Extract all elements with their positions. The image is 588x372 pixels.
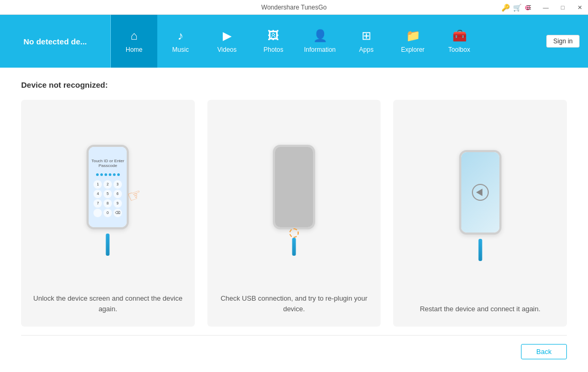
phone-body-unlock: Touch ID or Enter Passcode 123	[87, 145, 129, 229]
minimize-button[interactable]: —	[537, 0, 554, 15]
section-title: Device not recognized:	[21, 80, 567, 89]
toolbox-icon: 🧰	[452, 29, 467, 43]
usb-screen	[275, 147, 313, 227]
lockscreen: Touch ID or Enter Passcode 123	[89, 147, 127, 227]
card-usb-caption: Check USB connection, and try to re-plug…	[216, 293, 373, 314]
tab-explorer[interactable]: 📁 Explorer	[390, 15, 436, 68]
lockscreen-dots	[96, 173, 120, 176]
phone-body-restart	[459, 150, 501, 235]
nav-bar: No detected de... ⌂ Home ♪ Music ▶ Video…	[0, 15, 588, 68]
bottom-bar: Back	[21, 336, 567, 359]
video-icon: ▶	[223, 29, 232, 43]
menu-button[interactable]: ☰	[520, 0, 537, 15]
card-unlock: Touch ID or Enter Passcode 123	[21, 100, 195, 327]
window-controls: ☰ — □ ✕	[520, 0, 588, 15]
sign-in-button[interactable]: Sign in	[546, 35, 580, 48]
tab-videos-label: Videos	[217, 46, 236, 53]
tab-home[interactable]: ⌂ Home	[111, 15, 157, 68]
tab-videos[interactable]: ▶ Videos	[204, 15, 250, 68]
phone-usb	[265, 140, 323, 256]
tab-photos-label: Photos	[263, 46, 283, 53]
card-unlock-illustration: Touch ID or Enter Passcode 123	[30, 110, 186, 285]
phone-body-usb	[273, 145, 315, 229]
restart-screen	[461, 152, 499, 232]
info-icon: 👤	[313, 29, 327, 43]
phone-unlock: Touch ID or Enter Passcode 123	[79, 140, 137, 256]
key-icon[interactable]: 🔑	[501, 4, 510, 12]
maximize-button[interactable]: □	[554, 0, 571, 15]
tab-apps[interactable]: ⊞ Apps	[343, 15, 390, 68]
tab-home-label: Home	[126, 46, 143, 53]
phone-cable-2	[292, 238, 296, 256]
nav-right: Sign in	[546, 15, 588, 68]
phone-restart	[451, 145, 509, 261]
back-button[interactable]: Back	[521, 344, 567, 359]
explorer-icon: 📁	[406, 29, 420, 43]
tab-music[interactable]: ♪ Music	[157, 15, 204, 68]
home-icon: ⌂	[130, 29, 137, 43]
close-button[interactable]: ✕	[571, 0, 588, 15]
tab-toolbox-label: Toolbox	[448, 46, 470, 53]
apps-icon: ⊞	[362, 29, 371, 43]
music-icon: ♪	[178, 29, 184, 43]
phone-cable-1	[106, 234, 110, 256]
device-label: No detected de...	[0, 15, 111, 68]
restart-circle	[472, 184, 489, 201]
tab-photos[interactable]: 🖼 Photos	[250, 15, 297, 68]
usb-ring	[289, 228, 299, 238]
numpad: 123 456 789 0⌫	[93, 180, 122, 217]
card-restart-caption: Restart the device and connect it again.	[420, 304, 540, 314]
nav-tabs: ⌂ Home ♪ Music ▶ Videos 🖼 Photos 👤 Infor…	[111, 15, 546, 68]
main-content: Device not recognized: Touch ID or Enter…	[0, 68, 588, 372]
tab-apps-label: Apps	[359, 46, 373, 53]
card-restart: Restart the device and connect it again.	[393, 100, 567, 327]
tab-explorer-label: Explorer	[401, 46, 425, 53]
tab-information-label: Information	[304, 46, 336, 53]
photo-icon: 🖼	[268, 29, 279, 43]
tab-toolbox[interactable]: 🧰 Toolbox	[436, 15, 482, 68]
app-title: Wondershare TunesGo	[261, 4, 327, 11]
cards-row: Touch ID or Enter Passcode 123	[21, 100, 567, 327]
title-bar: Wondershare TunesGo 🔑 🛒 ⊕ ☰ — □ ✕	[0, 0, 588, 15]
play-triangle-icon	[476, 189, 482, 196]
card-usb: Check USB connection, and try to re-plug…	[207, 100, 381, 327]
card-unlock-caption: Unlock the device screen and connect the…	[30, 293, 186, 314]
card-restart-illustration	[402, 110, 558, 295]
tab-information[interactable]: 👤 Information	[297, 15, 343, 68]
phone-cable-3	[478, 239, 482, 261]
tab-music-label: Music	[172, 46, 188, 53]
card-usb-illustration	[216, 110, 373, 285]
